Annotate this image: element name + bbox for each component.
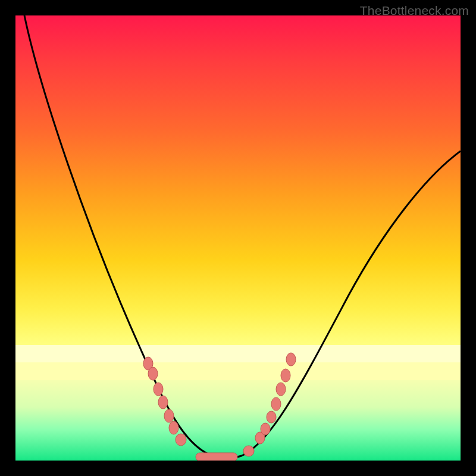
bead-trough — [196, 453, 237, 461]
watermark-text: TheBottleneck.com — [360, 4, 469, 18]
bottleneck-curve — [24, 15, 461, 458]
bead-left-5 — [164, 409, 174, 422]
bead-right-4 — [267, 411, 276, 423]
bead-right-3 — [261, 423, 270, 435]
bead-right-6 — [276, 383, 286, 396]
bead-right-7 — [281, 369, 290, 382]
bead-right-5 — [271, 397, 281, 411]
bead-left-2 — [148, 367, 158, 380]
bead-left-4 — [158, 396, 168, 409]
bead-left-3 — [154, 383, 163, 396]
chart-svg — [15, 15, 461, 461]
bead-right-8 — [286, 353, 296, 366]
plot-area — [15, 15, 461, 461]
bead-right-1 — [243, 446, 254, 456]
bead-left-6 — [169, 421, 178, 434]
chart-stage: TheBottleneck.com — [0, 0, 476, 476]
bead-left-7 — [176, 434, 186, 446]
